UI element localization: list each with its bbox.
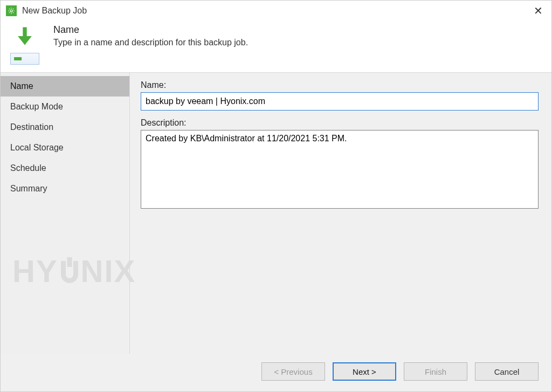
sidebar-item-local-storage[interactable]: Local Storage — [1, 137, 129, 158]
header-text: Name Type in a name and description for … — [53, 24, 248, 47]
download-arrow-icon — [13, 24, 37, 50]
sidebar-item-summary[interactable]: Summary — [1, 178, 129, 199]
sidebar-item-schedule[interactable]: Schedule — [1, 158, 129, 178]
sidebar-item-label: Name — [10, 81, 33, 91]
finish-button: Finish — [404, 362, 467, 381]
window-title: New Backup Job — [22, 6, 87, 16]
description-textarea[interactable] — [141, 130, 539, 209]
cancel-button[interactable]: Cancel — [475, 362, 539, 381]
wizard-window: New Backup Job ✕ Name Type in a name and… — [0, 0, 552, 392]
wizard-steps-sidebar: Name Backup Mode Destination Local Stora… — [1, 73, 130, 354]
titlebar: New Backup Job ✕ — [1, 1, 551, 20]
progress-bar-icon — [10, 53, 39, 65]
app-gear-icon — [6, 5, 17, 16]
sidebar-item-label: Backup Mode — [10, 102, 63, 111]
wizard-header: Name Type in a name and description for … — [1, 20, 551, 73]
next-button[interactable]: Next > — [333, 362, 396, 381]
sidebar-item-backup-mode[interactable]: Backup Mode — [1, 97, 129, 117]
sidebar-item-label: Schedule — [10, 163, 46, 173]
sidebar-item-name[interactable]: Name — [1, 76, 129, 97]
close-icon[interactable]: ✕ — [530, 5, 546, 16]
name-input[interactable] — [141, 92, 539, 111]
sidebar-item-label: Summary — [10, 184, 47, 193]
sidebar-item-destination[interactable]: Destination — [1, 117, 129, 137]
header-icon-column — [6, 24, 44, 65]
sidebar-item-label: Local Storage — [10, 143, 64, 152]
sidebar-item-label: Destination — [10, 122, 53, 132]
svg-point-0 — [10, 10, 12, 12]
header-subtitle: Type in a name and description for this … — [53, 38, 248, 47]
header-title: Name — [53, 24, 248, 36]
name-field-label: Name: — [141, 80, 539, 90]
wizard-body: Name Backup Mode Destination Local Stora… — [1, 73, 551, 354]
wizard-footer: < Previous Next > Finish Cancel — [1, 354, 551, 391]
description-field-label: Description: — [141, 118, 539, 128]
wizard-content: Name: Description: — [130, 73, 551, 354]
previous-button: < Previous — [261, 362, 325, 381]
